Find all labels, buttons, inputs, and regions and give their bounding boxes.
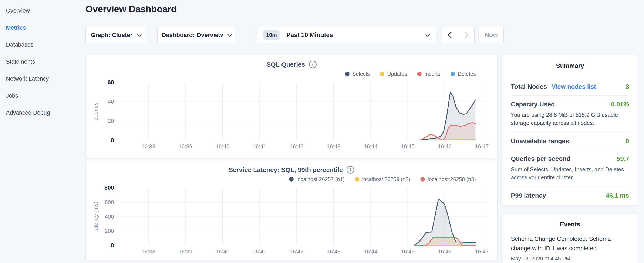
summary-row-capacity-used: Capacity Used 0.01% You are using 28.6 M…	[511, 96, 629, 132]
summary-description: You are using 28.6 MiB of 515.9 GiB usab…	[511, 111, 629, 127]
chevron-right-icon	[462, 32, 469, 38]
x-tick-label: 16:43	[326, 248, 340, 255]
chart-title: SQL Queries	[266, 61, 305, 68]
legend-dot-icon	[417, 72, 422, 76]
x-tick-label: 16:43	[326, 143, 340, 150]
sidebar-item-network-latency[interactable]: Network Latency	[0, 70, 85, 87]
summary-body: Total Nodes View nodes list 3 Capacity U…	[502, 69, 638, 204]
x-tick-label: 16:46	[438, 143, 452, 150]
x-tick-label: 16:40	[216, 248, 230, 255]
info-icon[interactable]: i	[346, 166, 354, 174]
chart-title: Service Latency: SQL, 99th percentile	[229, 166, 343, 173]
summary-value: 0	[626, 137, 629, 145]
summary-row-unavailable-ranges: Unavailable ranges 0	[511, 132, 629, 150]
time-step-buttons	[442, 27, 475, 43]
time-step-back-button[interactable]	[442, 27, 458, 43]
events-panel: Events Schema Change Completed: Schema c…	[502, 213, 638, 263]
summary-row-queries-per-second: Queries per second 59.7 Sum of Selects, …	[511, 150, 629, 187]
x-tick-label: 16:46	[438, 248, 452, 255]
x-tick-label: 16:41	[252, 143, 266, 150]
chart-plot-area[interactable]	[120, 83, 487, 140]
y-tick-label: 800	[88, 184, 114, 191]
y-tick-label: 20	[88, 118, 114, 124]
sidebar-item-metrics[interactable]: Metrics	[0, 19, 85, 36]
sql-queries-chart-card: SQL Queries i SelectsUpdatesInsertsDelet…	[86, 55, 498, 158]
summary-title: Summary	[502, 55, 638, 69]
summary-panel: Summary Total Nodes View nodes list 3 Ca…	[502, 55, 638, 206]
x-tick-label: 16:40	[216, 143, 230, 150]
legend-item: Deletes	[450, 71, 476, 77]
time-window-badge: 10m	[264, 31, 280, 40]
sidebar-nav: Overview Metrics Databases Statements Ne…	[0, 2, 85, 121]
x-tick-label: 16:42	[290, 143, 304, 150]
chart-legend: localhost:26257 (n1)localhost:26259 (n2)…	[289, 176, 476, 182]
x-tick-label: 16:44	[364, 248, 378, 255]
events-title: Events	[502, 214, 638, 228]
x-tick-label: 16:45	[401, 143, 414, 150]
view-nodes-list-link[interactable]: View nodes list	[552, 83, 596, 90]
chevron-down-icon	[137, 32, 142, 37]
sidebar-item-jobs[interactable]: Jobs	[0, 87, 85, 104]
summary-label: Queries per second	[511, 155, 570, 162]
summary-label: Unavailable ranges	[511, 137, 569, 145]
legend-item: localhost:26258 (n3)	[420, 176, 476, 182]
x-tick-label: 16:39	[178, 248, 192, 255]
x-tick-label: 16:47	[475, 143, 488, 150]
legend-dot-icon	[355, 177, 359, 181]
legend-label: Deletes	[458, 71, 476, 77]
legend-dot-icon	[420, 177, 425, 181]
x-tick-label: 16:38	[142, 143, 155, 150]
summary-label: Total Nodes	[511, 83, 547, 90]
time-step-forward-button[interactable]	[458, 27, 474, 43]
sidebar-item-advanced-debug[interactable]: Advanced Debug	[0, 104, 85, 121]
chevron-left-icon	[448, 32, 454, 38]
event-text: Schema Change Completed: Schema change w…	[511, 234, 629, 253]
legend-dot-icon	[289, 177, 294, 181]
time-range-dropdown[interactable]: 10m Past 10 Minutes	[256, 27, 436, 43]
sidebar-item-statements[interactable]: Statements	[0, 53, 85, 70]
page-title: Overview Dashboard	[86, 4, 177, 15]
graph-scope-dropdown-label: Graph: Cluster	[91, 32, 132, 39]
legend-item: localhost:26259 (n2)	[355, 176, 410, 182]
graph-scope-dropdown[interactable]: Graph: Cluster	[86, 27, 146, 43]
controls-divider	[247, 26, 247, 43]
sidebar-item-databases[interactable]: Databases	[0, 36, 85, 53]
x-tick-label: 16:45	[401, 248, 414, 255]
legend-label: localhost:26258 (n3)	[428, 176, 476, 182]
x-tick-label: 16:42	[290, 248, 304, 255]
legend-dot-icon	[450, 72, 455, 76]
legend-item: Selects	[345, 71, 370, 77]
y-tick-label: 400	[88, 213, 114, 220]
chevron-down-icon	[227, 32, 232, 37]
y-tick-label: 60	[88, 79, 114, 86]
y-tick-label: 200	[88, 228, 114, 234]
y-tick-label: 0	[88, 137, 114, 144]
chart-legend: SelectsUpdatesInsertsDeletes	[345, 71, 476, 77]
y-tick-label: 40	[88, 99, 114, 105]
event-list-item[interactable]: Schema Change Completed: Schema change w…	[502, 228, 638, 262]
dashboard-dropdown-label: Dashboard: Overview	[162, 32, 223, 39]
chart-plot-area[interactable]	[120, 188, 487, 245]
dashboard-dropdown[interactable]: Dashboard: Overview	[157, 27, 236, 43]
summary-value: 3	[626, 83, 629, 90]
legend-dot-icon	[345, 72, 350, 76]
summary-value: 59.7	[617, 155, 629, 162]
event-timestamp: May 13, 2020 at 4:45 PM	[511, 255, 629, 262]
legend-label: localhost:26257 (n1)	[296, 176, 345, 182]
x-tick-label: 16:38	[142, 248, 155, 255]
now-button[interactable]: Now	[479, 27, 504, 43]
x-tick-label: 16:41	[252, 248, 266, 255]
y-tick-label: 0	[88, 242, 114, 249]
summary-value: 0.01%	[611, 101, 629, 108]
legend-label: localhost:26259 (n2)	[362, 176, 410, 182]
legend-label: Selects	[352, 71, 370, 77]
summary-description: Sum of Selects, Updates, Inserts, and De…	[511, 165, 629, 181]
service-latency-chart-card: Service Latency: SQL, 99th percentile i …	[86, 160, 498, 260]
info-icon[interactable]: i	[309, 61, 316, 68]
summary-value: 46.1 ms	[606, 192, 629, 199]
summary-label: Capacity Used	[511, 101, 555, 108]
legend-label: Updates	[387, 71, 407, 77]
chevron-down-icon	[425, 32, 430, 37]
legend-item: Inserts	[417, 71, 440, 77]
sidebar-item-overview[interactable]: Overview	[0, 2, 85, 19]
